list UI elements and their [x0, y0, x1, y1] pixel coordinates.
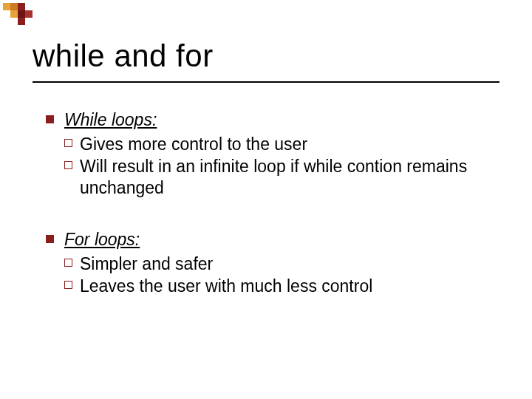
- group-heading-row: While loops:: [46, 109, 489, 131]
- list-item: Leaves the user with much less control: [64, 276, 489, 297]
- list-item: Will result in an infinite loop if while…: [64, 156, 489, 200]
- list-group: While loops: Gives more control to the u…: [46, 109, 489, 200]
- open-square-bullet-icon: [64, 161, 72, 169]
- open-square-bullet-icon: [64, 281, 72, 289]
- list-item-text: Leaves the user with much less control: [80, 276, 489, 297]
- corner-logo: [3, 3, 34, 25]
- slide-title: while and for: [33, 38, 214, 74]
- list-item-text: Simpler and safer: [80, 253, 489, 275]
- list-item-text: Will result in an infinite loop if while…: [80, 156, 489, 200]
- group-heading: While loops:: [64, 109, 157, 131]
- list-item: Gives more control to the user: [64, 134, 489, 155]
- title-underline: [33, 81, 499, 83]
- list-group: For loops: Simpler and safer Leaves the …: [46, 229, 489, 297]
- open-square-bullet-icon: [64, 139, 72, 147]
- group-heading: For loops:: [64, 229, 140, 250]
- list-item: Simpler and safer: [64, 253, 489, 275]
- group-heading-row: For loops:: [46, 229, 489, 250]
- filled-square-bullet-icon: [46, 235, 54, 243]
- list-item-text: Gives more control to the user: [80, 134, 489, 155]
- open-square-bullet-icon: [64, 259, 72, 267]
- slide-body: While loops: Gives more control to the u…: [46, 109, 489, 327]
- filled-square-bullet-icon: [46, 115, 54, 123]
